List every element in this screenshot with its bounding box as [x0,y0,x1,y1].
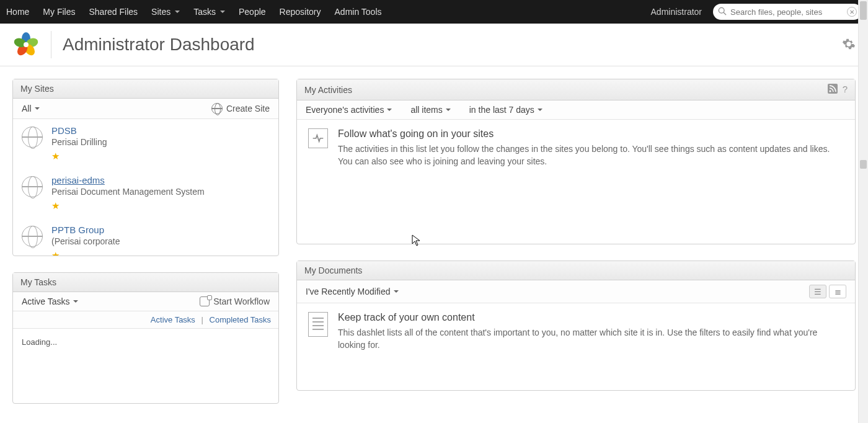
my-documents-toolbar: I've Recently Modified ☰ ≣ [297,280,855,303]
nav-tasks[interactable]: Tasks [193,7,225,17]
search-input[interactable] [730,7,843,17]
nav-admin-tools[interactable]: Admin Tools [335,7,382,17]
my-activities-dashlet: My Activities ? Everyone's activities al… [296,79,856,244]
sites-list[interactable]: PDSB Perisai Drilling ★ perisai-edms Per… [13,119,278,256]
svg-rect-8 [828,84,838,94]
dropdown-label: all items [410,105,442,115]
document-icon [308,312,328,337]
top-nav-left: Home My Files Shared Files Sites Tasks P… [6,7,640,17]
my-documents-dashlet: My Documents I've Recently Modified ☰ ≣ … [296,260,856,391]
user-menu[interactable]: Administrator [651,7,704,17]
my-sites-toolbar: All Create Site [13,99,278,119]
svg-point-7 [24,42,29,47]
site-desc: Perisai Document Management System [51,187,205,197]
activities-who-dropdown[interactable]: Everyone's activities [306,105,392,115]
search-icon [718,7,727,17]
dashboard-content: My Sites All Create Site [0,66,868,416]
page-header: Administrator Dashboard [0,24,868,66]
site-name[interactable]: perisai-edms [51,175,205,185]
chevron-down-icon [35,107,40,110]
nav-home[interactable]: Home [6,7,29,17]
workflow-icon [200,296,210,306]
nav-sites[interactable]: Sites [151,7,180,17]
dashlet-title: My Tasks [20,277,56,287]
dropdown-label: I've Recently Modified [306,287,391,296]
nav-label: Shared Files [89,7,138,17]
my-tasks-toolbar: Active Tasks Start Workflow [13,292,278,311]
site-name[interactable]: PPTB Group [51,225,120,235]
site-name[interactable]: PDSB [51,125,107,136]
chevron-down-icon [73,300,78,303]
top-nav: Home My Files Shared Files Sites Tasks P… [0,0,868,24]
scroll-thumb[interactable] [860,160,867,169]
activities-items-dropdown[interactable]: all items [410,105,450,115]
my-sites-dashlet: My Sites All Create Site [12,79,279,256]
view-simple-button[interactable]: ≣ [829,285,846,298]
site-row[interactable]: perisai-edms Perisai Document Management… [13,169,278,218]
chevron-down-icon [387,109,392,111]
dashlet-header: My Documents [297,261,855,280]
sites-filter-dropdown[interactable]: All [22,104,40,114]
activities-range-dropdown[interactable]: in the last 7 days [469,105,542,115]
active-tasks-link[interactable]: Active Tasks [151,315,195,324]
view-detailed-button[interactable]: ☰ [809,285,826,298]
empty-title: Keep track of your own content [338,312,844,323]
separator: | [202,315,203,324]
nav-label: Sites [151,7,170,17]
tasks-body: Loading... [13,329,278,403]
site-row[interactable]: PDSB Perisai Drilling ★ [13,119,278,169]
docs-filter-dropdown[interactable]: I've Recently Modified [306,287,399,296]
nav-label: Home [6,7,29,17]
dashlet-header: My Sites [13,79,278,99]
globe-icon [22,176,43,197]
nav-label: People [239,7,266,17]
empty-desc: The activities in this list let you foll… [338,143,844,167]
nav-people[interactable]: People [239,7,266,17]
scroll-thumb[interactable] [860,1,867,20]
loading-text: Loading... [22,337,57,347]
start-workflow-button[interactable]: Start Workflow [200,296,270,306]
page-title: Administrator Dashboard [63,35,255,55]
clear-icon[interactable]: ✕ [847,7,857,17]
search-box[interactable]: ✕ [713,4,862,20]
view-toggle: ☰ ≣ [809,285,846,298]
completed-tasks-link[interactable]: Completed Tasks [210,315,271,324]
dashlet-header: My Activities ? [297,79,855,100]
nav-my-files[interactable]: My Files [43,7,75,17]
nav-repository[interactable]: Repository [280,7,321,17]
dropdown-label: Active Tasks [22,296,70,306]
nav-shared-files[interactable]: Shared Files [89,7,138,17]
rss-icon[interactable] [828,84,838,96]
app-logo [12,31,40,58]
site-row[interactable]: PPTB Group (Perisai corporate ★ [13,218,278,256]
right-column: My Activities ? Everyone's activities al… [296,79,856,404]
help-icon[interactable]: ? [843,84,848,96]
my-tasks-dashlet: My Tasks Active Tasks Start Workflow Act… [12,272,279,404]
dashlet-title: My Documents [304,265,362,275]
left-column: My Sites All Create Site [12,79,279,404]
user-name: Administrator [651,7,702,17]
nav-label: My Files [43,7,75,17]
divider [51,31,51,58]
dashlet-title: My Sites [20,84,54,94]
page-scrollbar[interactable] [858,0,868,423]
gear-icon[interactable] [842,37,856,53]
favorite-star-icon[interactable]: ★ [51,250,120,256]
favorite-star-icon[interactable]: ★ [51,200,205,212]
empty-title: Follow what's going on in your sites [338,128,844,140]
tasks-filter-dropdown[interactable]: Active Tasks [22,296,78,306]
nav-label: Admin Tools [335,7,382,17]
svg-line-1 [724,12,726,15]
my-activities-toolbar: Everyone's activities all items in the l… [297,100,855,120]
chevron-down-icon [394,290,399,293]
create-site-button[interactable]: Create Site [211,103,270,114]
site-desc: Perisai Drilling [51,137,107,147]
chevron-down-icon [175,11,180,13]
svg-point-0 [719,7,724,13]
button-label: Start Workflow [213,296,270,306]
chevron-down-icon [538,109,542,111]
favorite-star-icon[interactable]: ★ [51,151,107,162]
top-nav-right: Administrator ✕ [651,4,862,20]
chevron-down-icon [220,11,225,13]
empty-desc: This dashlet lists all of the content th… [338,327,844,351]
